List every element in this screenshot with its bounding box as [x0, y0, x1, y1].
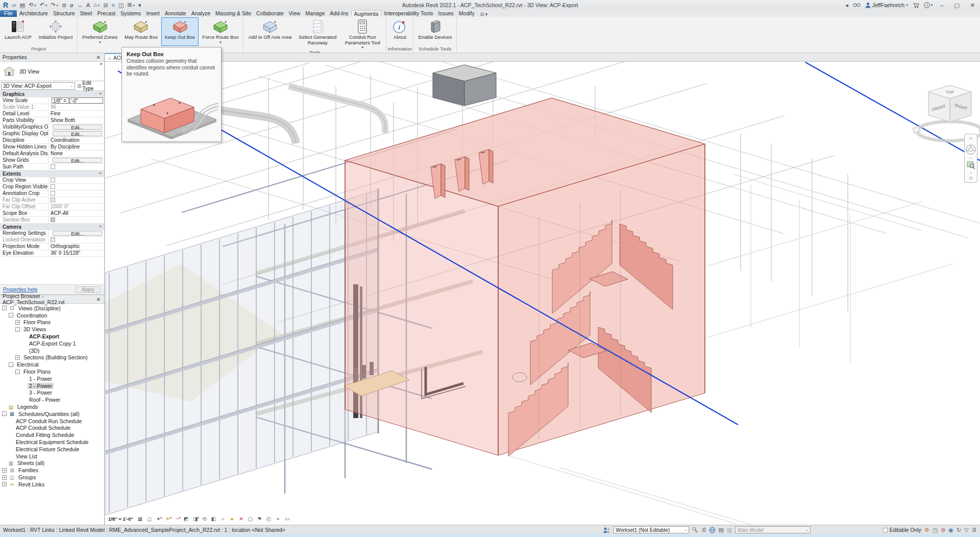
tree-item-acp-conduit-schedule[interactable]: ACP Conduit Schedule — [0, 425, 104, 432]
property-value[interactable]: By Discipline — [48, 144, 104, 150]
ribbon-button-add-to-off-axis-area[interactable]: Add to Off Axis Area — [244, 17, 295, 50]
editable-elements-icon[interactable] — [692, 527, 698, 533]
collapse-icon[interactable]: - — [2, 411, 7, 416]
property-checkbox[interactable] — [51, 191, 55, 196]
property-value[interactable]: Show Both — [48, 117, 104, 124]
ribbon-display-toggle[interactable]: ⊡ ▾ — [480, 12, 488, 17]
collapse-icon[interactable]: - — [15, 370, 20, 374]
ribbon-button-initialize-project[interactable]: Initialize Project — [35, 17, 77, 46]
tree-item-3d[interactable]: (3D) — [0, 347, 104, 354]
ribbon-tab-annotate[interactable]: Annotate — [162, 10, 189, 17]
tree-item-floor-plans[interactable]: +Floor Plans — [0, 319, 104, 326]
property-value[interactable]: None — [48, 151, 104, 157]
ribbon-tab-issues[interactable]: Issues — [436, 10, 456, 17]
expand-icon[interactable]: + — [15, 355, 20, 360]
ribbon-button-conduit-run-parameters-tool[interactable]: Conduit Run Parameters Tool▾ — [340, 17, 385, 50]
property-value[interactable]: 96 — [48, 104, 104, 110]
expand-icon[interactable]: + — [2, 468, 7, 473]
tag-icon[interactable]: ⚑ — [256, 515, 263, 523]
select-underlay-icon[interactable]: ◉ — [948, 527, 953, 533]
ribbon-button-about[interactable]: iAbout — [387, 17, 412, 46]
viewcube-top-label[interactable]: TOP — [946, 90, 954, 94]
tree-item-floor-plans[interactable]: -Floor Plans — [0, 368, 104, 375]
measure-icon[interactable]: ⌀ — [70, 2, 74, 8]
keep-out-box-geometry[interactable] — [345, 98, 705, 456]
ribbon-button-launch-acp[interactable]: Launch ACP — [1, 17, 35, 46]
open-icon[interactable]: ▱ — [12, 2, 16, 8]
restore-button[interactable]: ▢ — [951, 2, 962, 9]
ribbon-tab-view[interactable]: View — [286, 10, 303, 17]
edit-button[interactable]: Edit... — [53, 131, 102, 136]
worksharing-display-icon[interactable]: ○ — [219, 515, 227, 523]
tree-item-views-discipline[interactable]: -⊡Views (Discipline) — [0, 305, 104, 312]
ribbon-tab-add-ins[interactable]: Add-Ins — [327, 10, 351, 17]
crop-region-icon[interactable]: ◨✕ — [191, 515, 199, 523]
dimension-icon[interactable]: ↔ — [77, 2, 83, 8]
tree-item-families[interactable]: +⊞Families — [0, 467, 104, 474]
dropdown-arrow-icon[interactable]: ▾ — [99, 40, 101, 44]
selection-box-icon[interactable]: ▢ — [247, 515, 254, 523]
property-value[interactable]: 36' 9 15/128" — [48, 250, 104, 256]
sync-icon[interactable]: ⟲ ▾ — [29, 2, 36, 9]
property-checkbox[interactable] — [51, 164, 55, 169]
exclude-options-icon[interactable]: ⚙ — [924, 527, 929, 533]
close-button[interactable]: ✕ — [967, 2, 978, 9]
ribbon-button-force-route-box[interactable]: Force Route Box▾ — [199, 17, 242, 46]
sketchy-lines-icon[interactable]: ◔✕ — [173, 515, 181, 523]
collapse-icon[interactable]: - — [9, 362, 13, 367]
collapse-icon[interactable]: - — [2, 306, 7, 310]
close-hidden-windows-icon[interactable]: ◫ — [118, 2, 124, 8]
edit-button[interactable]: Edit... — [53, 231, 102, 236]
tree-item-3d-views[interactable]: -3D Views — [0, 326, 104, 333]
collapse-icon[interactable]: - — [15, 327, 20, 332]
properties-help-link[interactable]: Properties help — [3, 287, 37, 292]
edit-linked-icon[interactable]: ◳ — [933, 527, 938, 533]
editable-only-checkbox[interactable] — [883, 528, 888, 532]
ribbon-tab-file[interactable]: File — [0, 10, 17, 17]
ribbon-button-keep-out-box[interactable]: Keep Out Box — [161, 17, 199, 46]
property-value[interactable]: Coordination — [48, 137, 104, 143]
property-section-extents[interactable]: Extents^ — [0, 170, 104, 177]
tree-item-roof-power[interactable]: Roof - Power — [0, 396, 104, 403]
remove-constraints-icon[interactable]: ✕ — [237, 515, 245, 523]
highlight-icon[interactable]: ● — [228, 515, 236, 523]
minimize-button[interactable]: – — [937, 2, 946, 8]
tree-item-conduit-fitting-schedule[interactable]: Conduit Fitting Schedule — [0, 431, 104, 438]
ribbon-tab-manage[interactable]: Manage — [303, 10, 327, 17]
view-cube[interactable]: TOP FRONT RIGHT — [913, 85, 980, 141]
editable-only-toggle[interactable]: Editable Only — [883, 527, 921, 533]
help-menu[interactable]: ? ▾ — [924, 2, 933, 8]
property-value[interactable]: Orthographic — [48, 243, 104, 250]
tree-item-revit-links[interactable]: +∞Revit Links — [0, 481, 104, 488]
tree-item-acp-export[interactable]: ACP-Export — [0, 333, 104, 340]
property-checkbox[interactable] — [51, 178, 55, 182]
type-dropdown-icon[interactable]: ▾ — [100, 62, 104, 66]
redo-icon[interactable]: ↷ ▾ — [51, 2, 58, 9]
ribbon-tab-structure[interactable]: Structure — [51, 10, 78, 17]
property-value[interactable]: Fine — [48, 111, 104, 117]
tree-item-view-list[interactable]: View List — [0, 453, 104, 460]
globe-icon[interactable] — [709, 527, 716, 533]
type-selector[interactable]: 3D View ▾ — [0, 62, 104, 81]
tree-item-2-power[interactable]: 2 - Power — [0, 382, 104, 389]
property-checkbox[interactable] — [51, 184, 55, 189]
ribbon-tab-collaborate[interactable]: Collaborate — [254, 10, 286, 17]
property-section-graphics[interactable]: Graphics^ — [0, 91, 104, 97]
expand-icon[interactable]: + — [2, 475, 7, 480]
dropdown-arrow-icon[interactable]: ▾ — [219, 40, 222, 44]
tree-item-electrical-fixture-schedule[interactable]: Electrical Fixture Schedule — [0, 446, 104, 453]
edit-type-button[interactable]: ⊞ Edit Type — [75, 80, 103, 91]
dropdown-arrow-icon[interactable]: ▾ — [362, 45, 364, 49]
collapse-icon[interactable]: ◂ — [845, 2, 848, 8]
section-icon[interactable]: ⊟ — [103, 2, 108, 8]
ribbon-tab-modify[interactable]: Modify — [456, 10, 477, 17]
ribbon-tab-steel[interactable]: Steel — [78, 10, 95, 17]
tree-item-electrical[interactable]: -Electrical — [0, 361, 104, 368]
displace-icon[interactable]: ◰ — [265, 515, 273, 523]
collapse-icon[interactable]: - — [9, 313, 13, 318]
tree-item-sections-building-section[interactable]: +Sections (Building Section) — [0, 354, 104, 361]
rendering-icon[interactable]: ◻ — [145, 515, 153, 523]
tree-item-sheets-all[interactable]: ▥Sheets (all) — [0, 460, 104, 467]
print-icon[interactable]: ⊜ — [62, 2, 66, 8]
ribbon-tab-insert[interactable]: Insert — [143, 10, 162, 17]
